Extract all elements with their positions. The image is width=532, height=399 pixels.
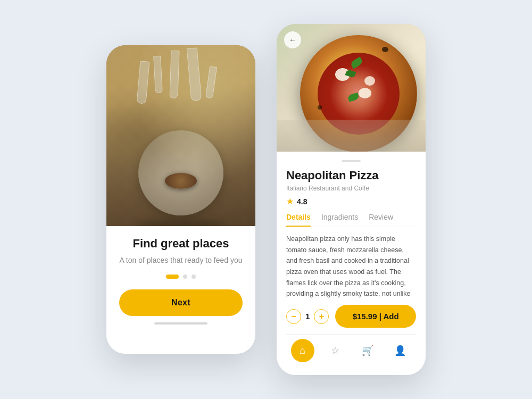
increase-qty-button[interactable]: + — [314, 309, 329, 324]
decrease-qty-button[interactable]: − — [286, 309, 301, 324]
char-2 — [318, 105, 322, 110]
detail-content: Neapolitan Pizza Italiano Restaurant and… — [277, 152, 426, 375]
tab-ingredients[interactable]: Ingradients — [321, 213, 358, 227]
detail-phone: ← Neapolitan Pizza Italiano Restaurant a… — [277, 24, 426, 375]
tab-details[interactable]: Details — [286, 213, 311, 227]
cart-icon: 🛒 — [362, 345, 373, 356]
rating-value: 4.8 — [297, 197, 307, 206]
tab-review[interactable]: Review — [369, 213, 393, 227]
back-button[interactable]: ← — [284, 31, 301, 48]
bottom-nav: ⌂ ☆ 🛒 👤 — [286, 334, 416, 369]
nav-home[interactable]: ⌂ — [291, 339, 314, 362]
onboarding-subtitle: A ton of places that ready to feed you — [119, 255, 242, 266]
surface — [277, 120, 426, 152]
dot-2 — [183, 275, 187, 279]
home-indicator — [154, 322, 207, 325]
back-arrow-icon: ← — [289, 36, 296, 44]
plate-scene — [106, 45, 255, 226]
home-icon: ⌂ — [300, 345, 305, 356]
onboarding-content: Find great places A ton of places that r… — [106, 226, 255, 354]
nav-cart[interactable]: 🛒 — [356, 339, 379, 362]
dish-name: Neapolitan Pizza — [286, 169, 416, 182]
dish-description: Neapolitan pizza only has this simple to… — [286, 234, 416, 298]
hero-food-image — [106, 45, 255, 226]
glass-3 — [169, 51, 179, 99]
tab-bar: Details Ingradients Review — [286, 213, 416, 227]
dot-3 — [192, 275, 196, 279]
pagination-dots — [166, 275, 196, 279]
onboarding-title: Find great places — [133, 237, 229, 251]
quantity-value: 1 — [305, 312, 310, 321]
nav-favorites[interactable]: ☆ — [323, 339, 347, 362]
favorites-icon: ☆ — [331, 345, 339, 356]
star-icon: ★ — [286, 196, 294, 206]
restaurant-name: Italiano Restaurant and Coffe — [286, 185, 416, 192]
quantity-add-row: − 1 + $15.99 | Add — [286, 305, 416, 328]
quantity-control: − 1 + — [286, 309, 329, 324]
profile-icon: 👤 — [394, 345, 406, 356]
bg-blur — [106, 45, 255, 226]
mozzarella-3 — [364, 76, 375, 86]
nav-profile[interactable]: 👤 — [388, 339, 412, 362]
rating-row: ★ 4.8 — [286, 196, 416, 206]
drag-handle — [342, 160, 361, 162]
pizza-hero-image: ← — [277, 24, 426, 152]
add-to-cart-button[interactable]: $15.99 | Add — [335, 305, 416, 328]
char-1 — [382, 47, 388, 52]
dot-1 — [166, 275, 179, 279]
basil-1 — [350, 56, 363, 69]
onboarding-phone: Find great places A ton of places that r… — [106, 45, 255, 354]
mozzarella-2 — [359, 88, 371, 98]
next-button[interactable]: Next — [119, 289, 243, 316]
basil-3 — [347, 93, 360, 102]
